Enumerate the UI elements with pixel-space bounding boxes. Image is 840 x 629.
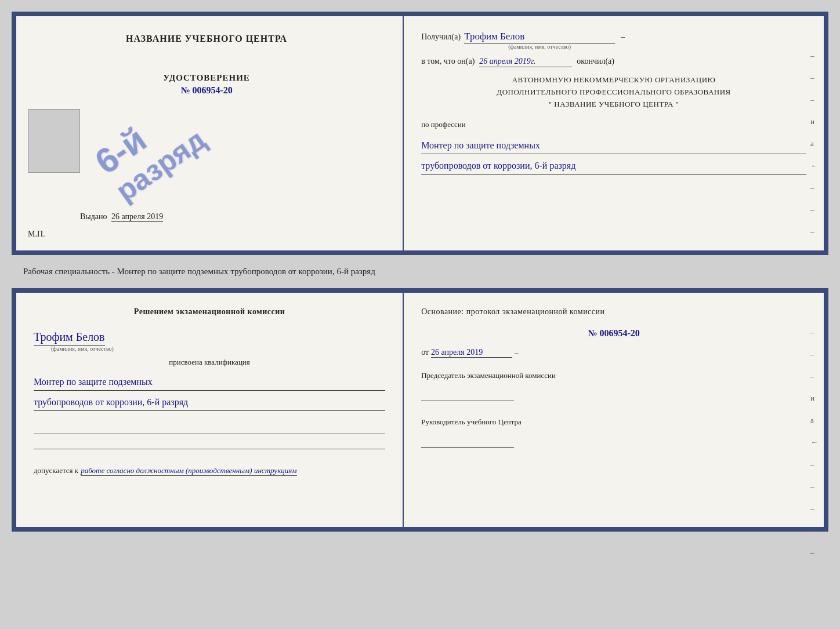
poluchil-row: Получил(а) Трофим Белов (фамилия, имя, о… (421, 31, 806, 50)
poluchil-label: Получил(а) (421, 32, 461, 42)
org-name: " НАЗВАНИЕ УЧЕБНОГО ЦЕНТРА " (421, 99, 806, 111)
cert-left: НАЗВАНИЕ УЧЕБНОГО ЦЕНТРА 6-й разряд УДОС… (16, 16, 404, 250)
protocol-number: № 006954-20 (421, 328, 806, 339)
vtom-row: в том, что он(а) 26 апреля 2019г. окончи… (421, 57, 806, 67)
bottom-full-name: Трофим Белов (34, 330, 105, 346)
dopusk-text: работе согласно должностным (производств… (81, 466, 296, 476)
ot-date-row: от 26 апреля 2019 – (421, 348, 806, 358)
profession-line1: Монтер по защите подземных (421, 139, 806, 154)
dopuskaetsya-label: допускается к (34, 466, 78, 475)
ot-date-val: 26 апреля 2019 (431, 348, 512, 358)
mp-label: М.П. (28, 230, 45, 239)
right-side-lines-bottom: – – – и а ← – – – – – (810, 328, 818, 557)
fio-sublabel-top: (фамилия, имя, отчество) (508, 43, 571, 50)
osnovanie-text: Основание: протокол экзаменационной коми… (421, 307, 806, 317)
cert-right: Получил(а) Трофим Белов (фамилия, имя, о… (404, 16, 824, 250)
fio-sublabel-bottom: (фамилия, имя, отчество) (51, 346, 114, 352)
profession-line2: трубопроводов от коррозии, 6-й разряд (421, 159, 806, 174)
udostoverenie-label: УДОСТОВЕРЕНИЕ (163, 73, 250, 83)
org-line2: ДОПОЛНИТЕЛЬНОГО ПРОФЕССИОНАЛЬНОГО ОБРАЗО… (421, 86, 806, 99)
issued-date: Выдано 26 апреля 2019 (80, 212, 163, 221)
predsedatel-block: Председатель экзаменационной комиссии (421, 370, 806, 401)
org-line1: АВТОНОМНУЮ НЕКОММЕРЧЕСКУЮ ОРГАНИЗАЦИЮ (421, 74, 806, 86)
bottom-right: Основание: протокол экзаменационной коми… (404, 293, 824, 527)
qualification-line2: трубопроводов от коррозии, 6-й разряд (34, 395, 385, 411)
okoncil-label: окончил(а) (577, 57, 614, 66)
stamp-text: 6-й разряд (88, 92, 211, 207)
cert-number-area: УДОСТОВЕРЕНИЕ № 006954-20 (163, 73, 250, 96)
predsedatel-signature-line (421, 384, 514, 401)
rukovoditel-block: Руководитель учебного Центра (421, 417, 806, 448)
bottom-left: Решением экзаменационной комиссии Трофим… (16, 293, 404, 527)
ot-label: от (421, 348, 429, 357)
dopuskaetsya-row: допускается к работе согласно должностны… (34, 466, 385, 476)
rukovoditel-signature-line (421, 430, 514, 448)
resheniem-label: Решением экзаменационной комиссии (34, 307, 385, 317)
qualification-line1: Монтер по защите подземных (34, 375, 385, 391)
photo-placeholder (28, 109, 80, 173)
org-block: АВТОНОМНУЮ НЕКОММЕРЧЕСКУЮ ОРГАНИЗАЦИЮ ДО… (421, 74, 806, 110)
bottom-certificate: Решением экзаменационной комиссии Трофим… (12, 288, 828, 532)
predsedatel-title: Председатель экзаменационной комиссии (421, 370, 806, 381)
date-value: 26 апреля 2019г. (479, 57, 572, 67)
right-side-lines-top: – – – и а ← – – – (810, 51, 818, 237)
rukovoditel-title: Руководитель учебного Центра (421, 417, 806, 427)
cert-number: № 006954-20 (180, 85, 232, 96)
professii-label: по профессии (421, 120, 806, 129)
top-certificate: НАЗВАНИЕ УЧЕБНОГО ЦЕНТРА 6-й разряд УДОС… (12, 12, 828, 255)
recipient-name: Трофим Белов (464, 31, 615, 43)
page-wrapper: НАЗВАНИЕ УЧЕБНОГО ЦЕНТРА 6-й разряд УДОС… (12, 12, 828, 532)
bottom-lines (34, 421, 385, 452)
vtom-label: в том, что он(а) (421, 57, 475, 66)
dash-top: – (621, 32, 625, 42)
prisvoena-label: присвоена квалификация (34, 358, 385, 367)
training-center-title: НАЗВАНИЕ УЧЕБНОГО ЦЕНТРА (126, 34, 287, 44)
middle-text: Рабочая специальность - Монтер по защите… (12, 261, 828, 282)
